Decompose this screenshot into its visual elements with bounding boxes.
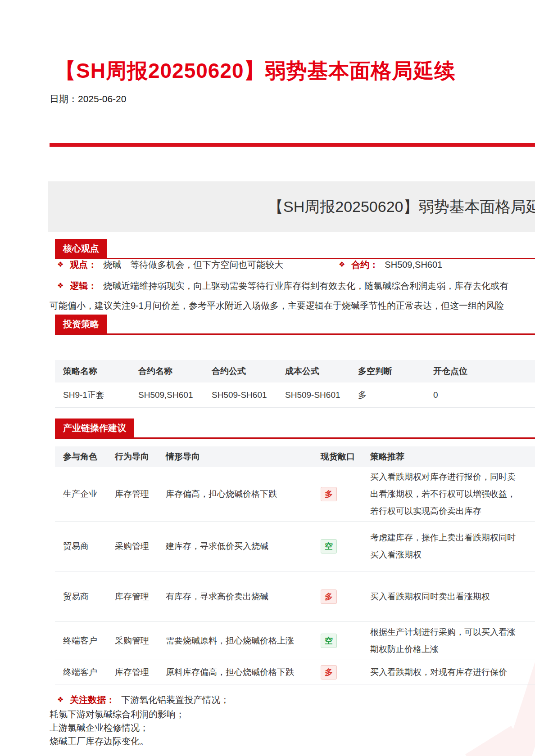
banner: 【SH周报20250620】弱势基本面格局延续 [48,181,535,232]
chain-table: 参与角色 行为导向 情形导向 现货敞口 策略推荐 生产企业 库存管理 库存偏高，… [55,446,535,684]
col-header: 情形导向 [166,451,321,463]
logic-line-1: 烧碱近端维持弱现实，向上驱动需要等待行业库存得到有效去化，随氯碱综合利润走弱，库… [103,281,508,291]
cell-exposure: 多 [321,665,370,680]
cell-scenario: 库存偏高，担心烧碱价格下跌 [166,488,321,500]
logic-label: 逻辑： [70,281,97,291]
section-badge-core: 核心观点 [55,239,107,258]
col-header: 开仓点位 [433,365,535,377]
bullet-icon: ❖ [57,282,63,289]
section-header-core: 核心观点 [55,239,535,259]
strategy-line: 出看涨期权，若不行权可以增强收益， [370,486,535,503]
watch-data-label: 关注数据： [70,695,115,705]
col-header: 策略名称 [63,365,138,377]
cell-strategy: 考虑建库存，操作上卖出看跌期权同时 买入看涨期权 [370,529,535,563]
viewpoint-label: 观点： [70,260,97,270]
cell-scenario: 建库存，寻求低价买入烧碱 [166,540,321,552]
cell-role: 终端客户 [63,635,115,647]
col-header: 合约名称 [138,365,212,377]
page-title: 【SH周报20250620】弱势基本面格局延续 [55,57,456,85]
watch-data-first: 下游氧化铝装置投产情况； [121,695,229,705]
strategy-line: 买入看跌期权，对现有库存进行保价 [370,664,535,681]
strategy-table-header: 策略名称 合约名称 合约公式 成本公式 多空判断 开仓点位 [55,360,535,382]
strategy-line: 期权防止价格上涨 [370,641,535,658]
section-header-strategy: 投资策略 [55,315,535,335]
bullet-icon: ❖ [339,261,345,268]
section-badge-chain: 产业链操作建议 [55,418,134,437]
logic-line-2: 可能偏小，建议关注9-1月间价差，参考平水附近入场做多，主要逻辑在于烧碱季节性的… [50,300,504,312]
cell-role: 终端客户 [63,666,115,678]
table-row: SH9-1正套 SH509,SH601 SH509-SH601 SH509-SH… [55,382,535,408]
section-badge-strategy: 投资策略 [55,315,107,333]
cell-role: 贸易商 [63,540,115,552]
watch-data-line: 上游氯碱企业检修情况； [50,722,149,734]
col-header: 多空判断 [358,365,433,377]
cell-exposure: 空 [321,539,370,554]
col-header: 成本公式 [285,365,358,377]
cell-scenario: 原料库存偏高，担心烧碱价格下跌 [166,666,321,678]
col-header: 现货敞口 [321,451,370,463]
table-row: 终端客户 库存管理 原料库存偏高，担心烧碱价格下跌 多 买入看跌期权，对现有库存… [55,660,535,684]
cell-role: 贸易商 [63,591,115,603]
exposure-badge-short: 空 [321,539,337,554]
chain-table-header: 参与角色 行为导向 情形导向 现货敞口 策略推荐 [55,446,535,467]
cell-behavior: 采购管理 [115,635,166,647]
cell-scenario: 有库存，寻求高价卖出烧碱 [166,591,321,603]
contract-item: ❖合约：SH509,SH601 [339,259,442,271]
strategy-line: 买入看跌期权同时卖出看涨期权 [370,588,535,605]
cell-behavior: 库存管理 [115,488,166,500]
watch-data-item: ❖关注数据：下游氧化铝装置投产情况； [57,694,229,706]
cell-direction: 多 [358,389,433,401]
watch-data-line: 耗氯下游对氯碱综合利润的影响； [50,708,185,720]
cell-behavior: 采购管理 [115,540,166,552]
exposure-badge-long: 多 [321,590,337,604]
watch-data-line: 烧碱工厂库存边际变化。 [50,735,149,747]
strategy-line: 买入看跌期权对库存进行报价，同时卖 [370,468,535,486]
cell-exposure: 多 [321,487,370,501]
cell-strategy: 根据生产计划进行采购，可以买入看涨 期权防止价格上涨 [370,624,535,658]
strategy-line: 考虑建库存，操作上卖出看跌期权同时 [370,529,535,546]
exposure-badge-short: 空 [321,634,337,648]
cell-exposure: 多 [321,590,370,604]
cell-strategy-name: SH9-1正套 [63,389,138,401]
report-page: 【SH周报20250620】弱势基本面格局延续 日期：2025-06-20 【S… [0,0,535,756]
table-row: 贸易商 采购管理 建库存，寻求低价买入烧碱 空 考虑建库存，操作上卖出看跌期权同… [55,522,535,572]
viewpoint-text: 烧碱 等待做多机会，但下方空间也可能较大 [103,260,283,270]
contract-label: 合约： [351,260,378,270]
contract-text: SH509,SH601 [385,260,442,270]
cell-strategy: 买入看跌期权对库存进行报价，同时卖 出看涨期权，若不行权可以增强收益， 若行权可… [370,468,535,520]
cell-strategy: 买入看跌期权同时卖出看涨期权 [370,588,535,605]
cell-entry-point: 0 [433,390,535,400]
col-header: 参与角色 [63,451,115,463]
bullet-icon: ❖ [57,696,63,703]
strategy-line: 买入看涨期权 [370,546,535,563]
cell-contract-name: SH509,SH601 [138,390,212,400]
exposure-badge-long: 多 [321,665,337,680]
cell-scenario: 需要烧碱原料，担心烧碱价格上涨 [166,635,321,647]
report-date: 日期：2025-06-20 [50,93,126,105]
strategy-table: 策略名称 合约名称 合约公式 成本公式 多空判断 开仓点位 SH9-1正套 SH… [55,360,535,408]
table-row: 贸易商 库存管理 有库存，寻求高价卖出烧碱 多 买入看跌期权同时卖出看涨期权 [55,572,535,622]
cell-cost-formula: SH509-SH601 [285,390,358,400]
table-row: 终端客户 采购管理 需要烧碱原料，担心烧碱价格上涨 空 根据生产计划进行采购，可… [55,622,535,660]
col-header: 策略推荐 [370,451,535,463]
cell-behavior: 库存管理 [115,666,166,678]
col-header: 合约公式 [212,365,285,377]
strategy-line: 根据生产计划进行采购，可以买入看涨 [370,624,535,641]
divider [50,143,535,147]
logic-item: ❖逻辑：烧碱近端维持弱现实，向上驱动需要等待行业库存得到有效去化，随氯碱综合利润… [57,280,508,292]
cell-contract-formula: SH509-SH601 [212,390,285,400]
cell-strategy: 买入看跌期权，对现有库存进行保价 [370,664,535,681]
banner-title: 【SH周报20250620】弱势基本面格局延续 [268,181,535,232]
exposure-badge-long: 多 [321,487,337,501]
strategy-line: 若行权可以实现高价卖出库存 [370,503,535,520]
viewpoint-item: ❖观点：烧碱 等待做多机会，但下方空间也可能较大 [57,259,283,271]
cell-behavior: 库存管理 [115,591,166,603]
col-header: 行为导向 [115,451,166,463]
bullet-icon: ❖ [57,261,63,268]
table-row: 生产企业 库存管理 库存偏高，担心烧碱价格下跌 多 买入看跌期权对库存进行报价，… [55,467,535,522]
cell-exposure: 空 [321,634,370,648]
cell-role: 生产企业 [63,488,115,500]
section-header-chain: 产业链操作建议 [55,418,535,439]
